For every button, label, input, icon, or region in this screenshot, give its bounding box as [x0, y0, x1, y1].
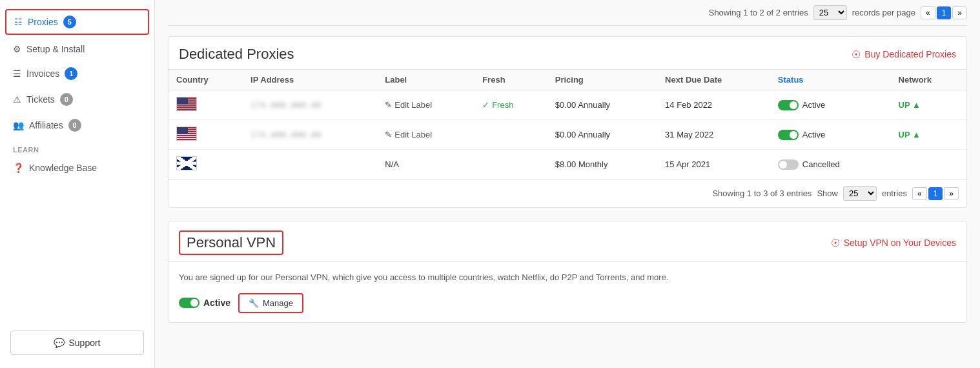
sidebar-item-proxies[interactable]: ☷ Proxies 5: [5, 9, 149, 35]
dedicated-proxies-title: Dedicated Proxies: [179, 46, 294, 63]
row2-label: ✎ Edit Label: [377, 120, 475, 150]
row1-next-due: 14 Feb 2022: [657, 90, 770, 120]
toggle-on-2: [778, 130, 799, 140]
toggle-on-1: [778, 100, 799, 110]
top-next-page-btn[interactable]: »: [952, 6, 967, 19]
footer-entries-label: entries: [882, 189, 907, 198]
row2-status: Active: [770, 120, 891, 150]
status-active-2: Active: [778, 130, 883, 140]
top-per-page-select[interactable]: 25 50 100: [813, 5, 847, 20]
col-pricing: Pricing: [547, 70, 657, 90]
edit-label-btn-1[interactable]: ✎ Edit Label: [385, 100, 432, 110]
dedicated-proxies-table: Country IP Address Label Fresh Pricing N…: [168, 70, 966, 179]
row1-country: [168, 90, 243, 120]
footer-show-label: Show: [817, 189, 838, 198]
wrench-icon: 🔧: [249, 298, 259, 308]
dedicated-proxies-footer: Showing 1 to 3 of 3 entries Show 25 50 1…: [168, 179, 966, 207]
edit-label-btn-2[interactable]: ✎ Edit Label: [385, 130, 432, 139]
tickets-label: Tickets: [26, 94, 55, 105]
sidebar-bottom: 💬 Support: [0, 324, 154, 362]
row2-fresh: [475, 120, 547, 150]
chat-icon: 💬: [54, 338, 65, 348]
footer-prev-btn[interactable]: «: [912, 187, 927, 200]
row3-country: [168, 150, 243, 179]
vpn-active-status: Active: [179, 298, 230, 308]
table-row: 174.###.###.## ✎ Edit Label $0.00 Annual…: [168, 120, 966, 150]
row3-network: [891, 150, 966, 179]
col-next-due-date: Next Due Date: [657, 70, 770, 90]
col-label: Label: [377, 70, 475, 90]
flag-us-2: [176, 127, 197, 141]
affiliates-label: Affiliates: [29, 120, 63, 130]
status-active-1: Active: [778, 100, 883, 110]
personal-vpn-title: Personal VPN: [179, 230, 283, 255]
footer-page-1-btn[interactable]: 1: [928, 187, 943, 200]
sidebar-item-tickets[interactable]: ⚠ Tickets 0: [0, 87, 154, 112]
sidebar-item-invoices[interactable]: ☰ Invoices 1: [0, 61, 154, 87]
manage-button[interactable]: 🔧 Manage: [238, 293, 303, 313]
invoices-badge: 1: [65, 67, 77, 80]
row3-fresh: [475, 150, 547, 179]
sidebar-item-knowledge-base[interactable]: ❓ Knowledge Base: [0, 156, 154, 179]
personal-vpn-section: Personal VPN ☉ Setup VPN on Your Devices…: [168, 221, 967, 323]
top-prev-page-btn[interactable]: «: [921, 6, 935, 19]
gear-icon: ⚙: [13, 44, 21, 54]
row1-pricing: $0.00 Annually: [547, 90, 657, 120]
help-icon: ❓: [13, 163, 24, 173]
top-pagination: « 1 »: [921, 6, 967, 19]
fresh-badge-1: ✓ Fresh: [482, 100, 540, 110]
warning-icon: ⚠: [13, 94, 21, 105]
footer-per-page-select[interactable]: 25 50 100: [843, 186, 877, 201]
col-country: Country: [168, 70, 243, 90]
affiliates-badge: 0: [68, 119, 81, 132]
flag-uk: [176, 156, 197, 170]
records-per-page-label: records per page: [852, 8, 915, 17]
top-page-1-btn[interactable]: 1: [937, 6, 952, 19]
sidebar-item-affiliates[interactable]: 👥 Affiliates 0: [0, 112, 154, 138]
tickets-badge: 0: [60, 93, 73, 106]
table-row: 174.###.###.## ✎ Edit Label ✓ Fresh: [168, 90, 966, 120]
invoice-icon: ☰: [13, 68, 21, 79]
vpn-shield-icon: ☉: [831, 237, 840, 249]
setup-vpn-label: Setup VPN on Your Devices: [844, 238, 956, 248]
row2-pricing: $0.00 Annually: [547, 120, 657, 150]
col-network: Network: [891, 70, 966, 90]
vpn-toggle-on: [179, 298, 199, 308]
sidebar: ☷ Proxies 5 ⚙ Setup & Install ☰ Invoices…: [0, 0, 155, 368]
edit-icon-2: ✎: [385, 130, 392, 139]
knowledge-base-label: Knowledge Base: [29, 163, 97, 173]
blurred-ip-2: 174.###.###.##: [250, 130, 322, 139]
main-content: Showing 1 to 2 of 2 entries 25 50 100 re…: [155, 0, 980, 368]
edit-icon-1: ✎: [385, 100, 392, 110]
vpn-actions: Active 🔧 Manage: [168, 293, 966, 322]
col-ip-address: IP Address: [243, 70, 377, 90]
footer-pagination: « 1 »: [912, 187, 959, 200]
row1-status: Active: [770, 90, 891, 120]
row3-next-due: 15 Apr 2021: [657, 150, 770, 179]
col-status: Status: [770, 70, 891, 90]
dedicated-proxies-section: Dedicated Proxies ☉ Buy Dedicated Proxie…: [168, 36, 967, 208]
row3-ip: [243, 150, 377, 179]
proxies-label: Proxies: [28, 17, 58, 27]
row1-label: ✎ Edit Label: [377, 90, 475, 120]
footer-showing-text: Showing 1 to 3 of 3 entries: [712, 189, 812, 198]
row3-pricing: $8.00 Monthly: [547, 150, 657, 179]
setup-label: Setup & Install: [26, 44, 85, 54]
support-label: Support: [68, 338, 100, 348]
buy-dedicated-proxies-label: Buy Dedicated Proxies: [864, 49, 956, 59]
row2-network: UP ▲: [891, 120, 966, 150]
blurred-ip: 174.###.###.##: [250, 100, 322, 110]
setup-vpn-link[interactable]: ☉ Setup VPN on Your Devices: [831, 237, 956, 249]
row3-status: Cancelled: [770, 150, 891, 179]
buy-dedicated-proxies-link[interactable]: ☉ Buy Dedicated Proxies: [852, 48, 956, 61]
dedicated-proxies-header: Dedicated Proxies ☉ Buy Dedicated Proxie…: [168, 37, 966, 70]
top-showing-text: Showing 1 to 2 of 2 entries: [709, 8, 808, 17]
sidebar-item-setup[interactable]: ⚙ Setup & Install: [0, 37, 154, 61]
vpn-description-text: You are signed up for our Personal VPN, …: [179, 272, 669, 282]
support-button[interactable]: 💬 Support: [10, 331, 144, 355]
manage-label: Manage: [263, 298, 293, 308]
toggle-off-3: [778, 159, 799, 170]
footer-next-btn[interactable]: »: [944, 187, 959, 200]
up-label-2: UP ▲: [899, 130, 921, 139]
row1-network: UP ▲: [891, 90, 966, 120]
